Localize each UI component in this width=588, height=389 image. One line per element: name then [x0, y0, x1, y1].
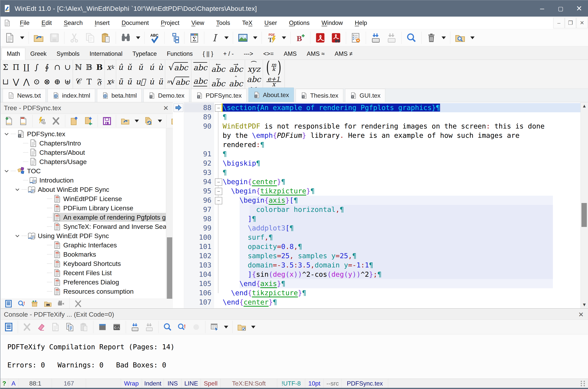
menu-project[interactable]: Project: [155, 20, 186, 27]
page-pin-down-icon[interactable]: [84, 116, 93, 126]
math-tab-symbols[interactable]: Symbols: [52, 48, 85, 60]
math-symbol-button[interactable]: abc: [191, 60, 209, 74]
status-utf8[interactable]: !UTF-8: [277, 379, 305, 388]
editor-line[interactable]: samples=25, samples y=25,¶: [223, 251, 357, 260]
math-tab-ams[interactable]: AMS ≈: [302, 48, 330, 60]
doc-tab-index-html[interactable]: index.html: [48, 89, 95, 102]
math-symbol-button[interactable]: ℕ: [73, 60, 84, 74]
math-tab-[interactable]: --->: [239, 48, 258, 60]
scroll-down-icon[interactable]: ▼: [581, 301, 588, 308]
math-symbol-button[interactable]: ∮: [42, 60, 52, 74]
doc-tab-pdfsync-tex[interactable]: TPDFSync.tex: [191, 89, 247, 102]
status-src[interactable]: --src: [324, 379, 342, 388]
math-tab-typeface[interactable]: Typeface: [127, 48, 162, 60]
menu-file[interactable]: File: [14, 20, 35, 27]
save-icon[interactable]: [49, 32, 60, 43]
page-red-icon[interactable]: [19, 116, 28, 126]
math-symbol-button[interactable]: ⊎: [62, 74, 73, 89]
fold-toggle[interactable]: −: [215, 188, 222, 195]
dropdown-caret-icon[interactable]: [470, 36, 475, 39]
math-symbol-button[interactable]: (mk): [263, 60, 284, 74]
tree-item[interactable]: Introduction: [1, 176, 166, 185]
x-gray-icon[interactable]: [51, 116, 61, 126]
editor-line[interactable]: ¶: [223, 168, 227, 177]
editor-line[interactable]: \end{center}¶: [223, 297, 277, 307]
editor-line[interactable]: \begin{tikzpicture}¶: [223, 186, 315, 196]
mdi-restore-button[interactable]: ❐: [565, 18, 576, 28]
italic-icon[interactable]: I: [209, 32, 220, 43]
doc-tab-news-txt[interactable]: News.txt: [3, 89, 46, 102]
floppy-purple-icon[interactable]: [102, 116, 112, 126]
doc-tab-beta-html[interactable]: beta.html: [97, 89, 142, 102]
editor-line[interactable]: \end{tikzpicture}¶: [223, 288, 306, 297]
math-tab-ams[interactable]: AMS ≠: [330, 48, 358, 60]
tree-item[interactable]: Recent Files List: [1, 268, 166, 277]
math-symbol-button[interactable]: abc⏝: [245, 74, 263, 89]
status-pdfsynctex[interactable]: PDFSync.tex: [342, 379, 388, 388]
status-spell[interactable]: Spell: [201, 379, 221, 388]
dock-arrows-icon[interactable]: [130, 322, 140, 332]
tree-item[interactable]: PDFium Library License: [1, 203, 166, 213]
tree-item[interactable]: Chapters/About: [1, 148, 166, 157]
acrobat-icon[interactable]: [315, 32, 326, 43]
close-button[interactable]: ✕: [570, 0, 588, 17]
menu-user[interactable]: User: [258, 20, 283, 27]
editor-line[interactable]: WinEdtPDF is not responsible for renderi…: [223, 122, 545, 131]
math-tab-international[interactable]: International: [85, 48, 127, 60]
page-plain-icon[interactable]: [51, 322, 60, 332]
math-symbol-button[interactable]: ∩: [52, 60, 62, 74]
math-symbol-button[interactable]: xk: [105, 74, 116, 89]
console-rect-icon[interactable]: [98, 322, 107, 332]
doc-tab-gui-tex[interactable]: TGUI.tex: [345, 89, 385, 102]
status-10pt[interactable]: 10pt: [305, 379, 324, 388]
zoom-mag-icon[interactable]: [163, 322, 172, 332]
doc-tab-thesis-tex[interactable]: TThesis.tex: [296, 89, 343, 102]
status-line[interactable]: LINE: [182, 379, 201, 388]
chevron-down-icon[interactable]: [2, 168, 11, 174]
math-tab-[interactable]: + / -: [218, 48, 239, 60]
editor-scrollbar-thumb[interactable]: [582, 203, 587, 227]
dropdown-caret-icon[interactable]: [20, 36, 24, 39]
camera-icon[interactable]: [57, 299, 65, 308]
editor-line[interactable]: \bigskip¶: [223, 159, 260, 168]
math-symbol-button[interactable]: ǔ: [125, 60, 134, 74]
page-pin-up-icon[interactable]: [69, 116, 79, 126]
scroll-up-icon[interactable]: ▲: [581, 102, 588, 110]
eraser-icon[interactable]: [36, 322, 46, 332]
docs-refresh-icon[interactable]: [144, 116, 153, 126]
x-gray-icon[interactable]: [22, 322, 32, 332]
math-tab-greek[interactable]: Greek: [25, 48, 52, 60]
menu-document[interactable]: Document: [116, 20, 155, 27]
editor-line[interactable]: opacity=0.8,¶: [223, 242, 302, 251]
spell-icon[interactable]: ABC: [149, 32, 160, 43]
math-symbol-button[interactable]: √abc: [165, 60, 191, 74]
math-symbol-button[interactable]: u⃗: [134, 74, 147, 89]
editor-line[interactable]: ]{sin(deg(x))^2-cos(deg(y))^2};¶: [223, 270, 382, 279]
math-symbol-button[interactable]: ⊙: [31, 74, 42, 89]
editor-line[interactable]: \begin{axis}[¶: [223, 196, 298, 205]
tree-scrollbar[interactable]: [166, 128, 173, 299]
editor-line[interactable]: colorbar horizontal,¶: [223, 205, 344, 214]
new-doc-icon[interactable]: [4, 32, 15, 43]
math-tab-[interactable]: { || }: [198, 48, 218, 60]
tree-item[interactable]: Chapters/Intro: [1, 138, 166, 148]
paste-icon[interactable]: [100, 32, 112, 43]
folder-open-arrow-icon[interactable]: [120, 116, 130, 126]
dock-arrows-icon[interactable]: [145, 322, 154, 332]
math-symbol-button[interactable]: ⋁: [11, 74, 21, 89]
status-a[interactable]: A: [8, 379, 19, 388]
acrobat-find-icon[interactable]: [331, 32, 342, 43]
math-symbol-button[interactable]: u̇: [147, 74, 156, 89]
minimize-button[interactable]: –: [533, 0, 551, 17]
console-close-icon[interactable]: ✕: [574, 311, 588, 318]
editor-line[interactable]: \begin{center}¶: [223, 177, 285, 186]
math-tab-functions[interactable]: Functions: [162, 48, 198, 60]
tree-item[interactable]: TPDFSync.tex: [1, 129, 166, 138]
doc-tab-demo-tex[interactable]: TDemo.tex: [144, 89, 189, 102]
tree-item[interactable]: Graphic Interfaces: [1, 240, 166, 250]
active-line-arrow-icon[interactable]: [174, 103, 183, 112]
zoom-mag-icon[interactable]: [406, 32, 417, 43]
math-symbol-button[interactable]: ù: [156, 60, 165, 74]
tree-item[interactable]: Chapters/Usage: [1, 157, 166, 166]
editor-line[interactable]: rendered:¶: [223, 140, 264, 149]
